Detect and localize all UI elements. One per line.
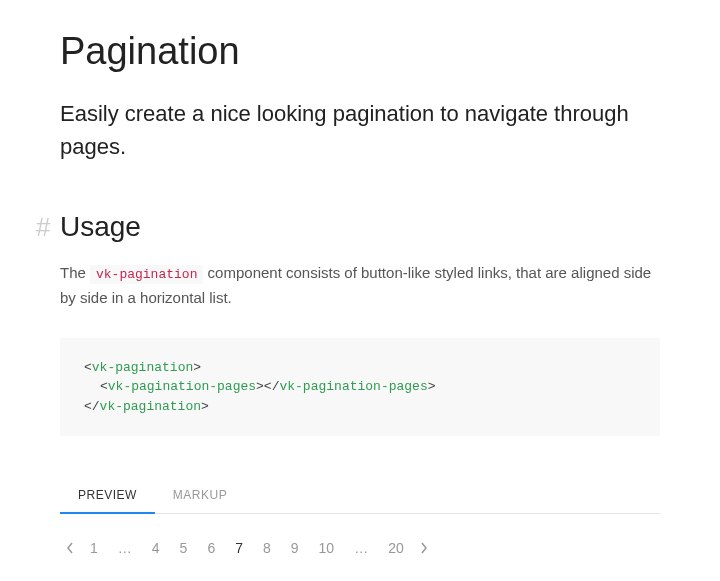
- pagination-page[interactable]: 4: [142, 536, 170, 560]
- page-title: Pagination: [60, 30, 660, 73]
- pagination-page[interactable]: 9: [281, 536, 309, 560]
- code-punct: >: [428, 379, 436, 394]
- pagination-page[interactable]: 10: [309, 536, 345, 560]
- anchor-hash[interactable]: #: [36, 212, 60, 243]
- code-punct: <: [100, 379, 108, 394]
- pagination-page[interactable]: 20: [378, 536, 414, 560]
- section-heading: Usage: [60, 211, 141, 243]
- tab-markup[interactable]: MARKUP: [155, 478, 245, 514]
- tab-preview[interactable]: PREVIEW: [60, 478, 155, 514]
- pagination-page[interactable]: 5: [170, 536, 198, 560]
- pagination-page[interactable]: 8: [253, 536, 281, 560]
- code-tag: vk-pagination-pages: [279, 379, 427, 394]
- code-punct: <: [84, 360, 92, 375]
- section-heading-row: # Usage: [36, 211, 660, 243]
- inline-code: vk-pagination: [90, 265, 203, 284]
- page-lead: Easily create a nice looking pagination …: [60, 97, 660, 163]
- pagination-next[interactable]: [414, 538, 434, 558]
- code-line: <vk-pagination-pages></vk-pagination-pag…: [84, 377, 636, 397]
- pagination-ellipsis: …: [108, 536, 142, 560]
- code-punct: >: [256, 379, 264, 394]
- pagination-page[interactable]: 7: [225, 536, 253, 560]
- text-before-code: The: [60, 264, 90, 281]
- pagination-ellipsis: …: [344, 536, 378, 560]
- code-line: </vk-pagination>: [84, 397, 636, 417]
- code-line: <vk-pagination>: [84, 358, 636, 378]
- section-description: The vk-pagination component consists of …: [60, 261, 660, 310]
- code-punct: </: [84, 399, 100, 414]
- code-punct: >: [193, 360, 201, 375]
- code-tag: vk-pagination: [100, 399, 201, 414]
- code-punct: >: [201, 399, 209, 414]
- pagination: 1…45678910…20: [60, 536, 660, 560]
- pagination-page[interactable]: 1: [80, 536, 108, 560]
- chevron-left-icon: [66, 542, 74, 554]
- pagination-prev[interactable]: [60, 538, 80, 558]
- tab-bar: PREVIEW MARKUP: [60, 478, 660, 514]
- pagination-page[interactable]: 6: [197, 536, 225, 560]
- code-block: <vk-pagination> <vk-pagination-pages></v…: [60, 338, 660, 437]
- code-punct: </: [264, 379, 280, 394]
- code-tag: vk-pagination-pages: [108, 379, 256, 394]
- chevron-right-icon: [420, 542, 428, 554]
- code-tag: vk-pagination: [92, 360, 193, 375]
